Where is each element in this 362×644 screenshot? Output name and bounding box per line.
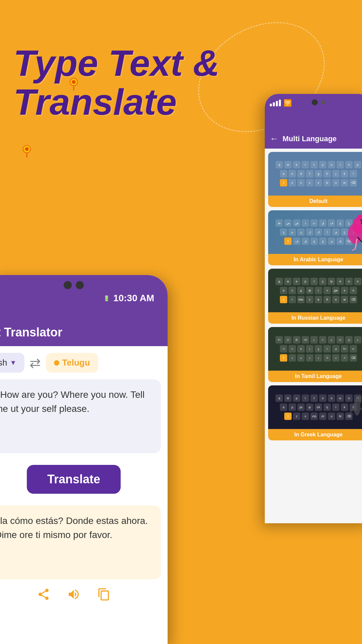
russian-kb-row-3: ⇧ г Икс с в б н м ⌫ bbox=[271, 296, 362, 303]
kb-key: p bbox=[354, 161, 361, 168]
signal-bar-3 bbox=[276, 101, 278, 106]
kb-key: Икс bbox=[297, 296, 305, 303]
kb-key: y bbox=[319, 161, 326, 168]
kb-key: ص bbox=[284, 219, 292, 227]
keyboard-preview-default: q w e r t y u i o p a s d f g h bbox=[268, 152, 362, 196]
kb-shift-key: ⇧ bbox=[284, 237, 292, 245]
kb-key: f bbox=[306, 170, 313, 177]
kb-key: μ bbox=[293, 394, 300, 402]
kb-key: ذ bbox=[302, 219, 309, 227]
svg-point-4 bbox=[25, 147, 28, 151]
svg-point-14 bbox=[357, 396, 361, 400]
left-phone-mockup: 🔋 10:30 AM xt Translator sh ▼ ⇄ Telugu ,… bbox=[0, 275, 168, 644]
kb-key: மீ bbox=[341, 354, 348, 362]
kb-key: மி bbox=[323, 354, 331, 362]
kb-key: р bbox=[302, 278, 309, 285]
tamil-kb-row-3: ⇧ z a c v மி n மீ ⌫ bbox=[271, 354, 362, 362]
source-language-btn[interactable]: sh ▼ bbox=[0, 353, 24, 373]
kb-key: μ bbox=[289, 404, 296, 411]
kb-key: м bbox=[341, 296, 348, 303]
volume-icon[interactable] bbox=[67, 588, 80, 604]
kb-key: v bbox=[315, 179, 322, 186]
keyboard-card-default[interactable]: q w e r t y u i o p a s d f g h bbox=[268, 152, 362, 207]
kb-key: г bbox=[289, 296, 296, 303]
kb-key: я bbox=[337, 278, 344, 285]
kb-key: д bbox=[276, 278, 283, 285]
camera-dot-left bbox=[64, 281, 72, 289]
copy-icon[interactable] bbox=[97, 588, 111, 604]
kb-key: i bbox=[337, 161, 344, 168]
keyboard-preview-greek: q w μ r t υ u ω o Π a μ ρε φ σλ bbox=[268, 385, 362, 429]
right-camera-dot-small bbox=[321, 100, 325, 104]
kb-key: l bbox=[350, 170, 357, 177]
kb-key: ق bbox=[302, 237, 309, 245]
kb-key: tу bbox=[328, 278, 335, 285]
bird-silhouette bbox=[349, 390, 362, 424]
kb-key: t bbox=[310, 161, 318, 168]
keyboard-preview-russian: д ж е р т у tу я о п а с д ф г ч bbox=[268, 269, 362, 312]
svg-point-7 bbox=[348, 224, 362, 244]
output-text-area: ola cómo estás? Donde estas ahora. Dime … bbox=[0, 505, 161, 579]
kb-key: н bbox=[332, 296, 340, 303]
kb-key: b bbox=[323, 179, 331, 186]
kb-key: g bbox=[315, 345, 322, 353]
kb-key: x bbox=[297, 179, 305, 186]
kb-key: u bbox=[328, 336, 335, 343]
kb-key: ஆர் bbox=[302, 336, 309, 343]
input-text-content: , How are you? Where you now. Tell me ut… bbox=[0, 388, 153, 416]
kb-key: ف bbox=[328, 219, 335, 227]
status-bar-left: 🔋 10:30 AM bbox=[97, 290, 161, 306]
kb-key: நா bbox=[337, 336, 344, 343]
kb-key: m bbox=[341, 179, 348, 186]
kb-key: அ bbox=[280, 345, 287, 353]
back-button[interactable]: ← bbox=[270, 133, 279, 144]
kb-key: ம bbox=[323, 345, 331, 353]
keyboard-label-greek: In Greek Language bbox=[268, 429, 362, 440]
kb-key: غ bbox=[280, 228, 287, 236]
kb-key: a bbox=[280, 404, 287, 411]
kb-key: c bbox=[306, 354, 313, 362]
language-selector-row: sh ▼ ⇄ Telugu bbox=[0, 346, 168, 379]
target-language-btn[interactable]: Telugu bbox=[46, 353, 98, 373]
keyboard-label-tamil: In Tamil Language bbox=[268, 371, 362, 382]
kb-key: ن bbox=[297, 228, 305, 236]
right-phone-mockup: 🛜 ← Multi Language q w e r t y u i bbox=[265, 94, 362, 523]
kb-key: σλ bbox=[315, 404, 322, 411]
kb-key: h bbox=[323, 170, 331, 177]
source-lang-label: sh bbox=[0, 358, 7, 368]
kb-key: ντα bbox=[310, 413, 318, 420]
keyboard-label-default: Default bbox=[268, 196, 362, 207]
headline: Type Text & Translate bbox=[13, 44, 220, 121]
kb-key: ئ bbox=[337, 237, 344, 245]
translate-button[interactable]: Translate bbox=[27, 465, 121, 494]
keyboard-preview-arabic: ط ص ض ذ ث ق ف ع خ ج غ م ن ل ك ا bbox=[268, 210, 362, 254]
wifi-icon: 🛜 bbox=[284, 99, 292, 107]
kb-key: ل bbox=[306, 228, 313, 236]
keyboard-card-greek[interactable]: q w μ r t υ u ω o Π a μ ρε φ σλ bbox=[268, 385, 362, 440]
input-text-area[interactable]: , How are you? Where you now. Tell me ut… bbox=[0, 379, 161, 453]
kb-key: e bbox=[293, 161, 300, 168]
keyboard-card-tamil[interactable]: கே வி இ ஆர் டி ய் u நா ஓ u அ க ff f g bbox=[268, 327, 362, 382]
kb-key: x bbox=[302, 413, 309, 420]
kb-key: ط bbox=[276, 219, 283, 227]
keyboard-card-russian[interactable]: д ж е р т у tу я о п а с д ф г ч bbox=[268, 269, 362, 324]
kb-backspace-key: ⌫ bbox=[350, 296, 357, 303]
headline-line2: Translate bbox=[13, 83, 220, 121]
kb-key: п bbox=[354, 278, 361, 285]
pin-icon-mid bbox=[20, 144, 34, 158]
share-icon[interactable] bbox=[37, 588, 50, 604]
kb-key: u bbox=[328, 161, 335, 168]
keyboard-cards-list: q w e r t y u i o p a s d f g h bbox=[265, 149, 362, 523]
kb-key: q bbox=[276, 161, 283, 168]
kb-key: г bbox=[315, 287, 322, 294]
kb-key: л bbox=[350, 287, 357, 294]
kb-key: s bbox=[289, 170, 296, 177]
kb-key: к bbox=[341, 287, 348, 294]
kb-key: а bbox=[280, 287, 287, 294]
keyboard-card-arabic[interactable]: ط ص ض ذ ث ق ف ع خ ج غ م ن ل ك ا bbox=[268, 210, 362, 265]
kb-key: o bbox=[345, 161, 353, 168]
kb-key: ff bbox=[297, 345, 305, 353]
target-lang-label: Telugu bbox=[62, 358, 90, 368]
kb-key: j bbox=[332, 170, 340, 177]
shuffle-btn[interactable]: ⇄ bbox=[29, 355, 41, 371]
